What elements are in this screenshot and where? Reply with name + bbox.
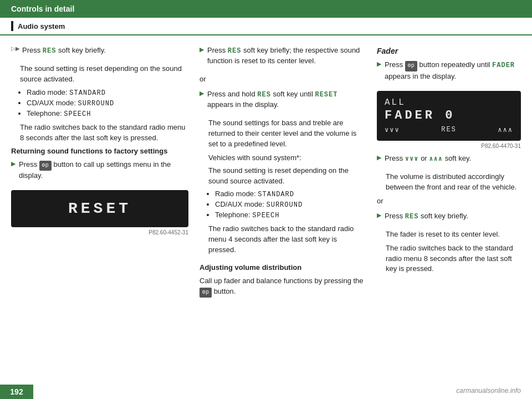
fader-fader-text: FADER 0 <box>385 109 513 122</box>
mid-text2: Press and hold RES soft key until RESET … <box>207 89 366 110</box>
mid-cd-val: SURROUND <box>266 201 303 209</box>
bullet-cd: CD/AUX mode: SURROUND <box>27 99 188 108</box>
watermark: carmanualsonline.info <box>456 387 521 395</box>
fader-bottom-row: ∨∨∨ RES ∧∧∧ <box>385 126 513 134</box>
mid-section-heading: Adjusting volume distribution <box>200 263 366 272</box>
right-arrow1: ▶ <box>377 60 381 68</box>
mid-bullet1: ▶ Press RES soft key briefly; the respec… <box>200 45 366 70</box>
col-left: ▷▶ Press RES soft key briefly. The sound… <box>11 45 188 368</box>
bullet-tel: Telephone: SPEECH <box>27 109 188 118</box>
mid-radio-val: STANDARD <box>258 191 294 198</box>
mid-para-switches: The radio switches back to the standard … <box>208 224 366 255</box>
left-para1: The sound setting is reset depending on … <box>20 64 188 85</box>
right-text1: Press ⚙p button repeatedly until FADER a… <box>385 60 521 81</box>
right-arrow2: ▶ <box>377 154 381 161</box>
mid-bullet-tel: Telephone: SPEECH <box>215 211 366 219</box>
mid-res1: RES <box>228 47 242 55</box>
mid-reset-word: RESET <box>315 91 337 99</box>
mid-text1: Press RES soft key briefly; the respecti… <box>207 45 366 66</box>
mid-arrow2: ▶ <box>200 90 204 97</box>
right-para-volume: The volume is distributed accordingly be… <box>386 172 521 193</box>
right-text3: Press RES soft key briefly. <box>385 211 468 222</box>
mid-bullet-cd: CD/AUX mode: SURROUND <box>215 200 366 209</box>
reset-caption: P82.60-4452-31 <box>11 229 188 236</box>
res-key-1: RES <box>43 47 57 55</box>
reset-display: RESET <box>11 190 188 227</box>
sub-header-title: Audio system <box>18 22 65 30</box>
mid-bullet-radio: Radio mode: STANDARD <box>215 190 366 198</box>
left-bullets: Radio mode: STANDARD CD/AUX mode: SURROU… <box>27 88 188 118</box>
right-caret: ∧∧∧ <box>429 155 443 163</box>
mid-bullets: Radio mode: STANDARD CD/AUX mode: SURROU… <box>215 190 366 219</box>
fader-all-text: ALL <box>385 98 513 108</box>
right-bullet3: ▶ Press RES soft key briefly. <box>377 211 521 225</box>
fader-vvv: ∨∨∨ <box>385 126 400 134</box>
left-para2: The radio switches back to the standard … <box>20 122 188 144</box>
header-title: Controls in detail <box>11 4 74 13</box>
right-vvv: ∨∨∨ <box>405 155 419 163</box>
reset-text: RESET <box>17 200 183 217</box>
mid-bullet2: ▶ Press and hold RES soft key until RESE… <box>200 89 366 114</box>
intro-text: Press RES soft key briefly. <box>22 45 106 56</box>
settings-btn-icon: ⚙p <box>39 161 52 171</box>
right-fader-btn: ⚙p <box>405 61 417 71</box>
settings-text: Press ⚙p button to call up settings menu… <box>19 160 188 181</box>
right-or2: or <box>377 196 521 207</box>
left-section-heading: Returning sound functions to factory set… <box>11 147 188 155</box>
cd-value: SURROUND <box>78 100 114 108</box>
fader-heading: Fader <box>377 45 521 57</box>
right-arrow3: ▶ <box>377 212 381 219</box>
fader-res-display: RES <box>441 126 457 134</box>
right-para-switches: The radio switches back to the standard … <box>386 243 521 275</box>
right-bullet1: ▶ Press ⚙p button repeatedly until FADER… <box>377 60 521 85</box>
fader-display: ALL FADER 0 ∨∨∨ RES ∧∧∧ <box>377 91 521 141</box>
col-right: Fader ▶ Press ⚙p button repeatedly until… <box>377 45 521 368</box>
main-content: ▷▶ Press RES soft key briefly. The sound… <box>0 35 532 374</box>
mid-call-up: Call up fader and balance functions by p… <box>200 276 366 298</box>
mid-res2: RES <box>257 91 271 99</box>
right-para-fader-reset: The fader is reset to its center level. <box>386 229 521 240</box>
mid-fader-btn: ⚙p <box>200 288 212 298</box>
page: Controls in detail Audio system ▷▶ Press… <box>0 0 532 399</box>
mid-vehicles: Vehicles with sound system*: <box>208 153 366 163</box>
mid-arrow1: ▶ <box>200 46 204 53</box>
tel-value: SPEECH <box>64 110 91 118</box>
sub-header-bar <box>11 21 13 31</box>
right-bullet2: ▶ Press ∨∨∨ or ∧∧∧ soft key. <box>377 154 521 167</box>
mid-tel-val: SPEECH <box>252 212 279 219</box>
mid-para-bass: The sound settings for bass and treble a… <box>208 118 366 150</box>
right-text2: Press ∨∨∨ or ∧∧∧ soft key. <box>385 154 471 164</box>
col-middle: ▶ Press RES soft key briefly; the respec… <box>200 45 366 368</box>
header-bar: Controls in detail <box>0 0 532 18</box>
radio-value: STANDARD <box>69 89 106 97</box>
mid-or1: or <box>200 74 366 85</box>
sub-header: Audio system <box>0 18 532 35</box>
settings-bullet: ▶ Press ⚙p button to call up settings me… <box>11 160 188 185</box>
fader-caret: ∧∧∧ <box>498 126 513 134</box>
right-fader-word: FADER <box>492 62 515 69</box>
double-arrow-icon: ▷▶ <box>11 45 20 52</box>
page-number: 192 <box>0 385 33 399</box>
bullet-radio: Radio mode: STANDARD <box>27 88 188 97</box>
intro-bullet: ▷▶ Press RES soft key briefly. <box>11 45 188 59</box>
fader-caption: P82.60-4470-31 <box>377 143 521 149</box>
right-res3: RES <box>405 213 419 221</box>
settings-arrow: ▶ <box>11 160 16 167</box>
mid-para-reset: The sound setting is reset depending on … <box>208 166 366 187</box>
